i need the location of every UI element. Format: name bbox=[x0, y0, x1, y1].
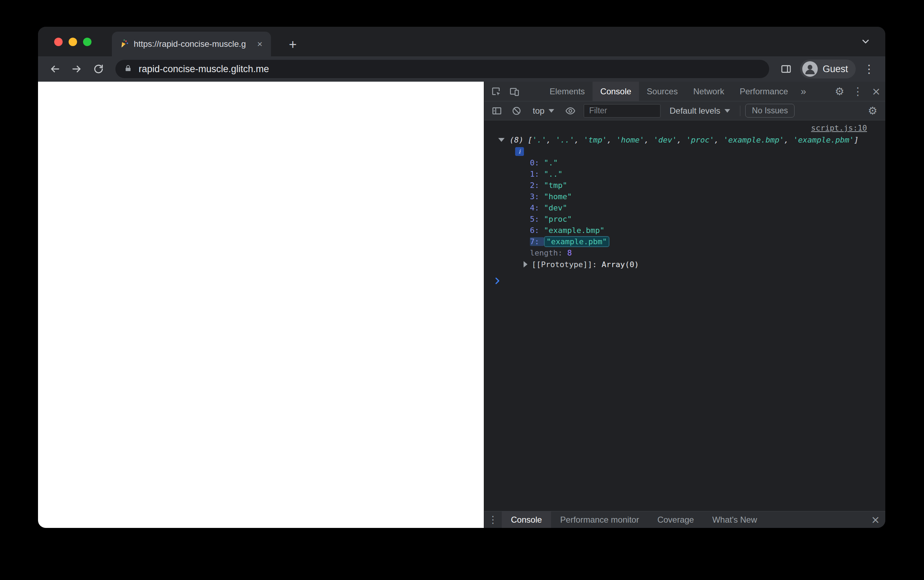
prototype-row[interactable]: [[Prototype]] Array(0) bbox=[484, 258, 885, 270]
execution-context-selector[interactable]: top bbox=[527, 106, 560, 116]
array-entry-0[interactable]: 0: "." bbox=[484, 157, 885, 168]
array-entry-4[interactable]: 4: "dev" bbox=[484, 202, 885, 213]
guest-avatar-icon bbox=[802, 61, 818, 77]
desktop-background: https://rapid-concise-muscle.g × + bbox=[0, 0, 924, 580]
bracket-open: [ bbox=[528, 135, 533, 144]
devtools-drawer: ⋮ ConsolePerformance monitorCoverageWhat… bbox=[484, 511, 885, 528]
devtools-menu-kebab-icon[interactable]: ⋮ bbox=[849, 82, 867, 101]
party-popper-favicon-icon bbox=[118, 39, 129, 49]
preview-string-2: 'tmp' bbox=[584, 135, 607, 144]
execution-context-label: top bbox=[533, 106, 544, 116]
entry-index-5: 5: bbox=[530, 215, 544, 224]
live-expression-eye-icon[interactable] bbox=[561, 105, 580, 116]
info-icon[interactable]: i bbox=[515, 147, 524, 156]
devtools-tabbar: ElementsConsoleSourcesNetworkPerformance… bbox=[484, 82, 885, 101]
drawer-tabs: ConsolePerformance monitorCoverageWhat's… bbox=[502, 511, 766, 528]
length-label: length bbox=[530, 249, 567, 257]
tab-network[interactable]: Network bbox=[686, 82, 732, 101]
expand-collapse-triangle-icon[interactable] bbox=[498, 138, 505, 142]
console-sidebar-toggle-icon[interactable] bbox=[488, 105, 506, 116]
drawer-tab-performance-monitor[interactable]: Performance monitor bbox=[551, 511, 648, 528]
console-settings-gear-icon[interactable]: ⚙ bbox=[863, 104, 882, 117]
array-entry-7[interactable]: 7: "example.pbm" bbox=[484, 236, 885, 247]
lock-icon bbox=[124, 64, 132, 74]
devtools-settings-gear-icon[interactable]: ⚙ bbox=[830, 82, 849, 101]
toolbar-divider bbox=[740, 105, 740, 116]
back-button[interactable] bbox=[45, 59, 65, 79]
array-preview: ['.', '..', 'tmp', 'home', 'dev', 'proc'… bbox=[528, 135, 859, 144]
array-entry-1[interactable]: 1: ".." bbox=[484, 168, 885, 180]
browser-window: https://rapid-concise-muscle.g × + bbox=[38, 27, 885, 528]
window-minimize-button[interactable] bbox=[69, 38, 77, 46]
entry-value-5: "proc" bbox=[544, 215, 572, 224]
tab-close-icon[interactable]: × bbox=[255, 39, 265, 49]
entry-value-1: ".." bbox=[544, 170, 562, 178]
console-prompt[interactable] bbox=[484, 275, 885, 288]
drawer-tab-coverage[interactable]: Coverage bbox=[648, 511, 703, 528]
entry-index-4: 4: bbox=[530, 203, 544, 212]
tab-elements[interactable]: Elements bbox=[542, 82, 592, 101]
issues-counter-button[interactable]: No Issues bbox=[745, 104, 794, 117]
comma: , bbox=[784, 135, 794, 144]
bracket-close: ] bbox=[854, 135, 858, 144]
array-entry-6[interactable]: 6: "example.bmp" bbox=[484, 224, 885, 236]
chevron-down-icon bbox=[549, 109, 554, 113]
console-toolbar: top Default levels No Issues ⚙ bbox=[484, 101, 885, 120]
browser-tab[interactable]: https://rapid-concise-muscle.g × bbox=[112, 32, 271, 56]
source-link[interactable]: script.js:10 bbox=[811, 124, 867, 132]
inspect-element-icon[interactable] bbox=[487, 82, 505, 101]
device-toolbar-icon[interactable] bbox=[505, 82, 524, 101]
profile-chip[interactable]: Guest bbox=[800, 59, 856, 79]
entry-index-7: 7: bbox=[530, 237, 544, 246]
entry-index-3: 3: bbox=[530, 192, 544, 201]
address-bar[interactable]: rapid-concise-muscle.glitch.me bbox=[115, 60, 769, 78]
tab-strip: https://rapid-concise-muscle.g × + bbox=[38, 27, 885, 56]
prompt-chevron-icon bbox=[493, 276, 502, 287]
drawer-close-icon[interactable]: × bbox=[866, 511, 885, 528]
preview-string-0: '.' bbox=[533, 135, 546, 144]
entry-index-1: 1: bbox=[530, 170, 544, 178]
array-entry-3[interactable]: 3: "home" bbox=[484, 191, 885, 202]
array-log-row[interactable]: (8) ['.', '..', 'tmp', 'home', 'dev', 'p… bbox=[484, 134, 885, 146]
comma: , bbox=[714, 135, 724, 144]
tab-sources[interactable]: Sources bbox=[639, 82, 686, 101]
tab-console[interactable]: Console bbox=[592, 82, 639, 101]
drawer-tab-console[interactable]: Console bbox=[502, 511, 551, 528]
entry-value-4: "dev" bbox=[544, 203, 567, 212]
clear-console-icon[interactable] bbox=[507, 105, 526, 116]
new-tab-button[interactable]: + bbox=[284, 36, 301, 53]
browser-menu-kebab-icon[interactable]: ⋮ bbox=[860, 60, 878, 78]
window-zoom-button[interactable] bbox=[83, 38, 92, 46]
devtools-close-icon[interactable]: × bbox=[867, 82, 885, 101]
window-close-button[interactable] bbox=[54, 38, 62, 46]
comma: , bbox=[677, 135, 687, 144]
drawer-tab-what's-new[interactable]: What's New bbox=[703, 511, 766, 528]
devtools-panel: ElementsConsoleSourcesNetworkPerformance… bbox=[484, 82, 885, 528]
entry-value-2: "tmp" bbox=[544, 181, 567, 190]
preview-string-6: 'example.bmp' bbox=[723, 135, 784, 144]
console-filter-input[interactable] bbox=[584, 104, 661, 117]
array-entry-5[interactable]: 5: "proc" bbox=[484, 213, 885, 224]
side-panel-button[interactable] bbox=[776, 59, 796, 79]
log-levels-selector[interactable]: Default levels bbox=[665, 106, 735, 116]
entry-value-0: "." bbox=[544, 158, 558, 167]
preview-string-3: 'home' bbox=[616, 135, 644, 144]
console-info-row: i bbox=[484, 146, 885, 157]
url-text: rapid-concise-muscle.glitch.me bbox=[139, 64, 269, 75]
prototype-value: Array(0) bbox=[602, 260, 639, 269]
reload-button[interactable] bbox=[89, 59, 109, 79]
forward-button[interactable] bbox=[67, 59, 87, 79]
preview-string-5: 'proc' bbox=[686, 135, 714, 144]
array-entry-2[interactable]: 2: "tmp" bbox=[484, 180, 885, 191]
tab-performance[interactable]: Performance bbox=[732, 82, 796, 101]
more-tabs-button[interactable]: » bbox=[796, 82, 811, 101]
devtools-tabs: ElementsConsoleSourcesNetworkPerformance bbox=[542, 82, 796, 101]
console-messages: script.js:10 (8) ['.', '..', 'tmp', 'hom… bbox=[484, 120, 885, 511]
drawer-menu-kebab-icon[interactable]: ⋮ bbox=[484, 511, 502, 528]
browser-toolbar: rapid-concise-muscle.glitch.me Guest ⋮ bbox=[38, 56, 885, 82]
prototype-label: [[Prototype]] bbox=[532, 260, 602, 269]
comma: , bbox=[644, 135, 654, 144]
tab-search-chevron-icon[interactable] bbox=[858, 34, 873, 49]
expand-triangle-icon[interactable] bbox=[524, 261, 528, 267]
webpage-viewport[interactable] bbox=[38, 82, 484, 528]
